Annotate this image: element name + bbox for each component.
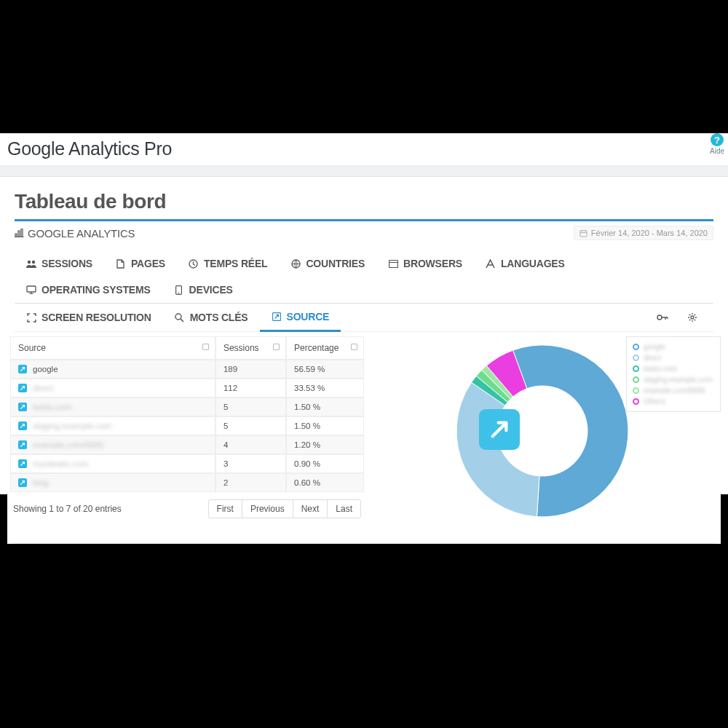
col-sessions[interactable]: Sessions [215,336,286,360]
tabs-row-2-wrap: SCREEN RESOLUTIONMOTS CLÉSSOURCE [15,304,713,332]
tab-label: SOURCE [287,311,330,323]
legend-label: staging.example.com [644,376,713,384]
cell-source: google [10,360,215,379]
cell-sessions: 5 [215,397,286,416]
legend-item[interactable]: Others [633,396,714,407]
tabs-row-2: SCREEN RESOLUTIONMOTS CLÉSSOURCE [15,304,341,331]
svg-rect-0 [580,230,587,236]
panel-actions [657,312,713,323]
chart-wrap: googledirectbaidu.comstaging.example.com… [364,336,721,526]
legend-item[interactable]: direct [633,352,714,363]
divider [0,166,728,177]
legend-item[interactable]: google [633,341,714,352]
tab-screen-resolution[interactable]: SCREEN RESOLUTION [15,304,163,331]
cell-percentage: 0.60 % [286,473,364,492]
external-link-icon [18,478,27,487]
sessions-icon [26,258,36,269]
table-row: mysiteabc.com30.90 % [10,454,364,473]
tab-countries[interactable]: COUNTRIES [279,250,376,277]
pager-previous[interactable]: Previous [242,499,293,518]
svg-point-9 [175,314,181,320]
external-link-icon [18,459,27,468]
cell-sessions: 2 [215,473,286,492]
table-row: direct11233.53 % [10,379,364,397]
content-row: SourceSessionsPercentage google18956.59 … [7,332,721,526]
legend-swatch [633,376,639,383]
key-icon[interactable] [657,312,667,323]
subheader-title: GOOGLE ANALYTICS [28,227,135,240]
col-percentage[interactable]: Percentage [286,336,364,360]
cell-source: direct [10,379,215,397]
tab-languages[interactable]: LANGUAGES [474,250,577,277]
subheader-left: GOOGLE ANALYTICS [15,227,135,240]
legend-label: Others [644,397,665,405]
tab-label: PAGES [131,258,165,269]
tab-devices[interactable]: DEVICES [162,277,245,303]
cell-sessions: 3 [215,454,286,473]
tab-label: LANGUAGES [501,258,565,269]
external-link-icon [18,365,27,373]
tab-label: SCREEN RESOLUTION [41,312,151,323]
tab-label: DEVICES [189,284,233,296]
svg-point-1 [28,261,31,264]
date-range-label: Février 14, 2020 - Mars 14, 2020 [591,229,708,237]
tab-mots-cl-s[interactable]: MOTS CLÉS [163,304,260,331]
tab-temps-r-el[interactable]: TEMPS RÉEL [177,250,279,277]
cell-source: mysiteabc.com [10,454,215,473]
legend-label: example.com/0000 [644,387,705,395]
browsers-icon [388,258,398,269]
source-table: SourceSessionsPercentage google18956.59 … [10,336,364,492]
bar-chart-icon [15,227,25,240]
legend-item[interactable]: baidu.com [633,363,714,374]
help-label: Aide [710,147,724,155]
svg-point-2 [32,261,35,264]
countries-icon [290,258,301,269]
source-label: direct [33,384,53,392]
pages-icon [116,258,126,269]
tab-label: SESSIONS [41,258,92,269]
tab-browsers[interactable]: BROWSERS [376,250,474,277]
tab-operating-systems[interactable]: OPERATING SYSTEMS [15,277,162,303]
pager-first[interactable]: First [208,499,242,518]
tab-source[interactable]: SOURCE [260,304,341,332]
source-icon [272,312,282,322]
external-link-icon [18,440,27,449]
cell-source: example.com/0000 [10,435,215,454]
tabs-container: SESSIONSPAGESTEMPS RÉELCOUNTRIESBROWSERS… [7,250,721,332]
cell-percentage: 1.50 % [286,397,364,416]
cell-sessions: 4 [215,435,286,454]
svg-rect-5 [389,260,397,267]
sort-indicator [202,344,209,350]
legend-item[interactable]: example.com/0000 [633,385,714,396]
app-header: Google Analytics Pro ? Aide [0,133,728,166]
date-range-picker[interactable]: Février 14, 2020 - Mars 14, 2020 [574,226,713,240]
col-source[interactable]: Source [10,336,215,360]
source-label: google [33,365,58,373]
external-link-icon [479,409,520,450]
external-link-icon [18,422,27,430]
legend-label: baidu.com [644,365,677,373]
tab-sessions[interactable]: SESSIONS [15,250,104,277]
cell-sessions: 112 [215,379,286,397]
legend-swatch [633,344,639,350]
cell-sessions: 189 [215,360,286,379]
devices-icon [174,285,184,295]
subheader-row: GOOGLE ANALYTICS Février 14, 2020 - Mars… [7,226,721,250]
gear-icon[interactable] [687,312,697,323]
tab-pages[interactable]: PAGES [104,250,177,277]
sort-indicator [351,344,357,350]
source-table-wrap: SourceSessionsPercentage google18956.59 … [7,336,364,526]
temps-r-el-icon [189,258,199,269]
pager-next[interactable]: Next [293,499,328,518]
pager-last[interactable]: Last [327,499,361,518]
page-title: Tableau de bord [7,177,721,219]
source-label: mysiteabc.com [33,459,89,468]
legend-item[interactable]: staging.example.com [633,374,714,385]
legend-swatch [633,387,639,394]
legend-swatch [633,398,639,405]
legend-swatch [633,365,639,372]
pager: First Previous Next Last [209,499,361,518]
external-link-icon [18,384,27,392]
table-footer: Showing 1 to 7 of 20 entries First Previ… [10,492,364,518]
help-button[interactable]: ? Aide [710,133,724,155]
